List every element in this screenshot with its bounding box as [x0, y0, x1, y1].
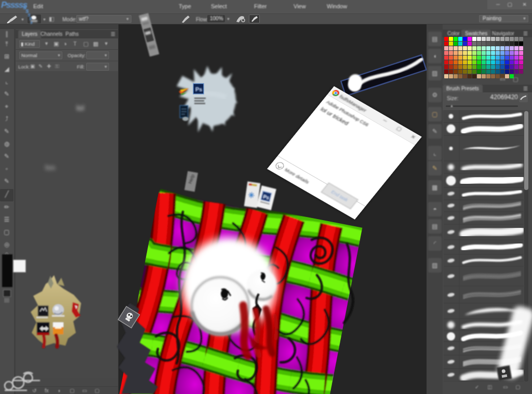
- svg-text:Ps: Ps: [195, 86, 202, 92]
